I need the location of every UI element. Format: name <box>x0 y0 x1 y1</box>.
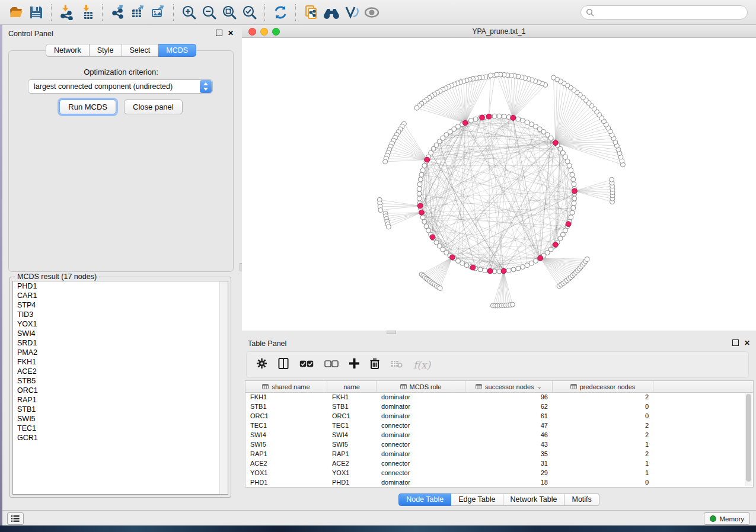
graph-node[interactable] <box>417 191 422 196</box>
horizontal-splitter[interactable] <box>242 331 756 335</box>
graph-node[interactable] <box>585 257 589 262</box>
mcds-result-item[interactable]: FKH1 <box>13 357 228 367</box>
tab-network[interactable]: Network <box>46 44 90 57</box>
graph-node[interactable] <box>511 267 516 272</box>
graph-node[interactable] <box>502 114 506 119</box>
graph-node[interactable] <box>521 118 525 123</box>
mcds-result-item[interactable]: SWI5 <box>13 414 228 424</box>
delete-column-icon[interactable] <box>370 358 379 371</box>
graph-node[interactable] <box>571 177 576 182</box>
graph-node[interactable] <box>492 114 497 118</box>
mcds-result-item[interactable]: TEC1 <box>13 424 228 433</box>
graph-hub-node-mcds[interactable] <box>449 255 455 260</box>
graph-node[interactable] <box>495 72 499 77</box>
graph-node[interactable] <box>419 172 424 177</box>
graph-node[interactable] <box>516 117 521 121</box>
apply-preferred-layout-icon[interactable] <box>270 2 291 23</box>
table-row[interactable]: SWI5SWI5connector431 <box>245 440 745 449</box>
graph-node[interactable] <box>386 225 391 229</box>
zoom-out-icon[interactable] <box>199 2 219 23</box>
network-titlebar[interactable]: YPA_prune.txt_1 <box>242 25 756 38</box>
column-header-successor-nodes[interactable]: successor nodes⌄ <box>465 381 553 392</box>
select-all-columns-icon[interactable] <box>299 360 314 370</box>
graph-node[interactable] <box>569 215 573 220</box>
new-network-from-selection-icon[interactable] <box>301 2 321 23</box>
mcds-result-item[interactable]: YOX1 <box>13 319 228 329</box>
graph-node[interactable] <box>478 267 483 272</box>
graph-node[interactable] <box>572 196 577 201</box>
graph-node[interactable] <box>529 122 534 127</box>
network-canvas[interactable] <box>242 38 756 331</box>
mcds-result-item[interactable]: STB5 <box>13 376 228 386</box>
graph-node[interactable] <box>483 268 487 273</box>
mcds-result-item[interactable]: TID3 <box>13 310 228 319</box>
graph-hub-node-mcds[interactable] <box>538 255 543 261</box>
mcds-result-item[interactable]: RAP1 <box>13 395 228 405</box>
graph-hub-node-mcds[interactable] <box>417 203 423 209</box>
graph-node[interactable] <box>516 266 521 271</box>
column-header-name[interactable]: name <box>327 381 377 392</box>
graph-node[interactable] <box>468 118 473 123</box>
graph-hub-node-mcds[interactable] <box>553 140 558 146</box>
mcds-result-item[interactable]: PHD1 <box>13 281 228 291</box>
graph-node[interactable] <box>420 215 425 220</box>
graph-hub-node-mcds[interactable] <box>470 265 476 270</box>
optimization-criterion-select[interactable]: largest connected component (undirected) <box>28 79 213 94</box>
table-row[interactable]: ACE2ACE2connector311 <box>245 459 745 468</box>
graph-hub-node-mcds[interactable] <box>566 222 571 227</box>
search-input[interactable] <box>580 5 748 20</box>
export-table-icon[interactable] <box>128 2 148 23</box>
mcds-result-item[interactable]: SWI4 <box>13 329 228 338</box>
graph-hub-node-mcds[interactable] <box>419 210 424 215</box>
table-row[interactable]: ORC1ORC1dominator610 <box>245 411 745 421</box>
mcds-result-item[interactable]: ACE2 <box>13 367 228 376</box>
graph-node[interactable] <box>378 208 383 213</box>
mcds-result-item[interactable]: CAR1 <box>13 291 228 300</box>
graph-node[interactable] <box>521 265 525 270</box>
graph-hub-node-mcds[interactable] <box>430 235 435 240</box>
graph-node[interactable] <box>572 182 576 187</box>
graph-hub-node-mcds[interactable] <box>572 188 578 194</box>
column-header-shared-name[interactable]: shared name <box>245 381 327 392</box>
tab-motifs[interactable]: Motifs <box>564 493 599 506</box>
graph-node[interactable] <box>570 210 575 215</box>
table-row[interactable]: PHD1PHD1dominator180 <box>245 477 745 487</box>
table-row[interactable]: TEC1TEC1connector472 <box>245 421 745 430</box>
tab-network-table[interactable]: Network Table <box>503 493 565 506</box>
tab-style[interactable]: Style <box>90 44 122 57</box>
graph-hub-node-mcds[interactable] <box>501 268 506 274</box>
graph-node[interactable] <box>418 177 423 182</box>
column-header-predecessor-nodes[interactable]: predecessor nodes <box>553 381 653 392</box>
tab-mcds[interactable]: MCDS <box>158 44 196 57</box>
graph-node[interactable] <box>438 286 442 290</box>
open-session-icon[interactable] <box>6 2 26 23</box>
graph-node[interactable] <box>473 117 478 121</box>
mcds-result-item[interactable]: GCR1 <box>13 433 228 443</box>
close-panel-button[interactable]: Close panel <box>124 100 183 114</box>
memory-button[interactable]: Memory <box>704 512 750 525</box>
graph-node[interactable] <box>551 75 556 80</box>
horizontal-splitter-grabber[interactable] <box>387 331 396 334</box>
graph-node[interactable] <box>570 172 575 177</box>
graph-node[interactable] <box>569 168 573 172</box>
table-settings-gear-icon[interactable] <box>256 358 267 371</box>
graph-node[interactable] <box>460 261 465 265</box>
graph-node[interactable] <box>506 268 511 273</box>
show-graphics-details-icon[interactable] <box>362 2 382 23</box>
graph-node[interactable] <box>417 182 422 187</box>
tab-select[interactable]: Select <box>122 44 159 57</box>
graph-node[interactable] <box>525 120 529 124</box>
import-table-icon[interactable] <box>77 2 97 23</box>
graph-node[interactable] <box>464 263 469 268</box>
graph-hub-node-mcds[interactable] <box>486 114 492 119</box>
graph-hub-node-mcds[interactable] <box>462 120 468 126</box>
mcds-result-item[interactable]: PMA2 <box>13 348 228 357</box>
add-column-icon[interactable] <box>349 358 359 371</box>
graph-node[interactable] <box>417 196 422 201</box>
run-mcds-button[interactable]: Run MCDS <box>59 100 116 114</box>
deselect-all-columns-icon[interactable] <box>324 360 339 370</box>
first-neighbors-icon[interactable] <box>321 2 342 23</box>
graph-node[interactable] <box>383 159 388 164</box>
tab-edge-table[interactable]: Edge Table <box>451 493 503 506</box>
import-network-icon[interactable] <box>57 2 77 23</box>
